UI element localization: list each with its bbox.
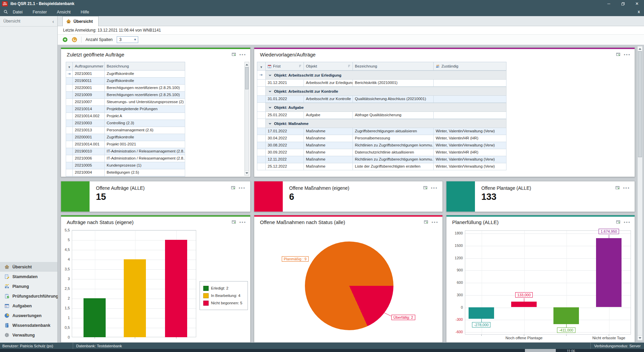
table-row[interactable]: 20210014.001Projekt 001-2021 xyxy=(66,141,185,148)
search-icon[interactable] xyxy=(3,9,8,14)
table-cell: Abfrage Qualitätssicherung xyxy=(353,112,434,119)
table-row[interactable]: 17.01.2022MaßnahmeZugriffsberechtigungen… xyxy=(257,128,506,135)
more-options-icon[interactable]: ●●● xyxy=(239,53,247,56)
more-options-icon[interactable]: ●●● xyxy=(431,186,438,189)
column-header-frist[interactable]: 1Frist xyxy=(266,62,304,71)
legend-swatch xyxy=(203,301,209,306)
sidebar-item-auswertungen[interactable]: Auswertungen xyxy=(0,311,57,320)
group-row[interactable]: Objekt: Arbeitsschritt zur Kontrolle xyxy=(257,87,506,96)
menu-item-datei[interactable]: Datei xyxy=(13,10,22,14)
table-row[interactable]: 20210007Steuerungs- und Unterstützungspr… xyxy=(66,99,185,106)
table-row[interactable]: 20210001Zugriffskontrolle xyxy=(66,71,185,78)
group-chevron-icon xyxy=(268,106,272,109)
home-icon xyxy=(66,19,71,24)
table-row[interactable]: 25.12.2022MaßnahmeListe der Zugriffsbere… xyxy=(257,163,506,170)
table-row[interactable]: 20200001Zugriffskontrolle xyxy=(66,134,185,141)
sidebar-item-stammdaten[interactable]: Stammdaten xyxy=(0,272,57,281)
table-row[interactable]: 30.04.2022MaßnahmePersonalbemessungWinte… xyxy=(257,135,506,142)
statusbar: Benutzer: Patricia Schulz (ps) Datenbank… xyxy=(0,343,644,349)
legend-entry: In Bearbeitung: 4 xyxy=(203,292,244,299)
columns-count-select[interactable]: 3 ▼ xyxy=(117,36,138,43)
table-row[interactable]: 20210004Beteiligungen (2.5) xyxy=(66,169,185,176)
table-cell: 20210001 xyxy=(73,71,105,78)
column-header[interactable]: Bezeichnung xyxy=(105,62,185,71)
sidebar-item-aufgaben[interactable]: Aufgaben xyxy=(0,301,57,311)
table-cell: Winter, Valentin/Verwaltung (Verw) xyxy=(434,163,506,170)
column-header-zustaendig[interactable]: Zuständig xyxy=(434,62,506,71)
open-in-window-icon[interactable] xyxy=(615,185,620,190)
collapse-sidebar-icon[interactable]: ‹ xyxy=(52,18,54,24)
sidebar-item-label: Aufgaben xyxy=(12,304,32,308)
recent-orders-table: ▼AuftragsnummerBezeichnung20210001Zugrif… xyxy=(66,62,185,177)
sidebar-item-uebersicht[interactable]: Übersicht xyxy=(0,262,57,272)
table-row[interactable]: 31.01.2022Arbeitsschritt zur KontrolleQu… xyxy=(257,96,506,103)
group-header[interactable]: Objekt: Arbeitsschritt zur Kontrolle xyxy=(266,87,506,96)
table-cell: 20210009 xyxy=(73,92,105,99)
add-widget-icon[interactable] xyxy=(62,37,68,42)
table-row[interactable]: 20210002Finanzen/Rechnungswesen (2.4) xyxy=(66,176,185,177)
group-row[interactable]: Objekt: Maßnahme xyxy=(257,119,506,128)
group-header[interactable]: Objekt: Aufgabe xyxy=(266,103,506,112)
more-options-icon[interactable]: ●●● xyxy=(624,53,631,56)
table-row[interactable]: 30.09.2022MaßnahmeDatenschutzrichtlinie … xyxy=(257,149,506,156)
sidebar-item-verwaltung[interactable]: Verwaltung xyxy=(0,330,57,340)
table-row[interactable]: 20210009Berechtigungen rezertifizieren (… xyxy=(66,92,185,99)
table-row[interactable]: 20220001Berechtigungen rezertifizieren (… xyxy=(66,85,185,92)
table-row[interactable]: 20210013Personalmanagement (2.6) xyxy=(66,127,185,134)
table-cell: Zugriffskontrolle xyxy=(105,71,185,78)
menu-item-fenster[interactable]: Fenster xyxy=(33,10,47,14)
table-row[interactable]: 12.11.2022MaßnahmeRichtlinien zu Zugriff… xyxy=(257,156,506,163)
kpi-card-offene-massnahmen[interactable]: Offene Maßnahmen (eigene)6●●● xyxy=(254,181,443,212)
kpi-card-offene-plantage[interactable]: Offene Plantage (ALLE)133●●● xyxy=(446,181,635,212)
table-row[interactable]: 25.01.2022AufgabeAbfrage Qualitätssicher… xyxy=(257,112,506,119)
column-header-objekt[interactable]: Objekt xyxy=(304,62,353,71)
close-view-icon[interactable]: x xyxy=(638,9,640,14)
filter-dropdown-cell[interactable]: ▼ xyxy=(257,62,266,71)
group-row[interactable]: Objekt: Arbeitsschritt zur Erledigung xyxy=(257,71,506,80)
recent-table-scrollbar[interactable] xyxy=(245,62,249,176)
open-in-window-icon[interactable] xyxy=(616,52,621,57)
table-row[interactable]: 20210003Controlling (2.3) xyxy=(66,120,185,127)
taskbar-button[interactable] xyxy=(525,349,556,352)
reset-layout-icon[interactable] xyxy=(72,37,77,42)
main-vertical-scrollbar[interactable] xyxy=(637,46,643,341)
content: Übersicht Letzte Anmeldung: 13.12.2021 1… xyxy=(58,16,644,343)
table-cell: Zugriffskontrolle xyxy=(105,134,185,141)
sidebar-item-wissensdatenbank[interactable]: Wissensdatenbank xyxy=(0,320,57,330)
table-cell: 20190011 xyxy=(73,78,105,85)
table-cell: 20210014.001 xyxy=(73,141,105,148)
y-axis-tick: 1 xyxy=(61,316,70,320)
kpi-title: Offene Aufträge (ALLE) xyxy=(96,185,246,191)
sidebar-item-planung[interactable]: Planung xyxy=(0,281,57,291)
column-header[interactable]: Auftragsnummer xyxy=(73,62,105,71)
open-in-window-icon[interactable] xyxy=(423,185,428,190)
table-row[interactable]: 31.12.2021Arbeitsschritt zur ErledigungB… xyxy=(257,80,506,87)
plan-bar xyxy=(511,302,537,307)
more-options-icon[interactable]: ●●● xyxy=(239,186,246,189)
column-header-bezeichnung[interactable]: Bezeichnung xyxy=(353,62,434,71)
table-row[interactable]: 30.08.2022MaßnahmeRichtlinien zu Zugriff… xyxy=(257,142,506,149)
open-in-window-icon[interactable] xyxy=(231,52,236,57)
table-row[interactable]: 20210014Projektbegleitende Prüfungen xyxy=(66,106,185,113)
menu-item-hilfe[interactable]: Hilfe xyxy=(81,10,89,14)
restore-icon[interactable] xyxy=(616,0,630,7)
app-logo-icon: iboQSR xyxy=(2,1,8,6)
more-options-icon[interactable]: ●●● xyxy=(623,186,630,189)
group-header[interactable]: Objekt: Arbeitsschritt zur Erledigung xyxy=(266,71,506,80)
group-row[interactable]: Objekt: Aufgabe xyxy=(257,103,506,112)
row-indicator-cell xyxy=(257,80,266,87)
filter-dropdown-cell[interactable]: ▼ xyxy=(66,62,73,71)
kpi-card-offene-auftraege[interactable]: Offene Aufträge (ALLE)15●●● xyxy=(61,181,251,212)
group-header[interactable]: Objekt: Maßnahme xyxy=(266,119,506,128)
tab-uebersicht[interactable]: Übersicht xyxy=(62,16,99,26)
table-row[interactable]: 20210014.002Projekt A xyxy=(66,113,185,120)
sidebar-item-pruefungsdurchfuehrung[interactable]: Prüfungsdurchführung xyxy=(0,291,57,301)
table-row[interactable]: 20210005Kundenprozesse (1) xyxy=(66,162,185,169)
table-row[interactable]: 20190011Zugriffskontrolle xyxy=(66,78,185,85)
table-row[interactable]: 20190010IT-Administration / Releasemanag… xyxy=(66,148,185,155)
table-row[interactable]: 20210006IT-Administration / Releasemanag… xyxy=(66,155,185,162)
close-icon[interactable]: ✕ xyxy=(630,0,644,7)
open-in-window-icon[interactable] xyxy=(231,185,236,190)
menu-item-ansicht[interactable]: Ansicht xyxy=(57,10,71,14)
minimize-icon[interactable]: ─ xyxy=(602,0,616,7)
